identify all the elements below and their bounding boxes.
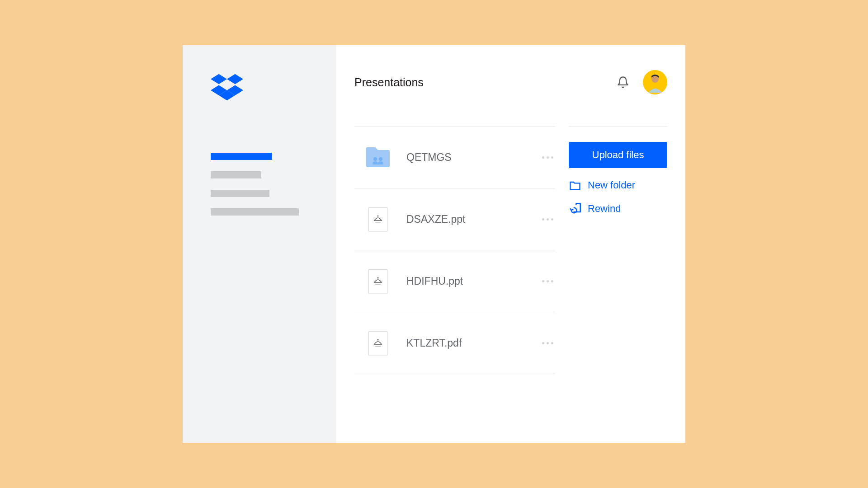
sidebar-item[interactable] [211, 190, 269, 197]
upload-files-button[interactable]: Upload files [569, 142, 667, 168]
sidebar-item[interactable] [211, 171, 261, 178]
list-item[interactable]: QETMGS [354, 126, 555, 188]
main-content: Presentations [336, 45, 685, 443]
new-folder-button[interactable]: New folder [569, 179, 667, 192]
svg-point-9 [377, 216, 379, 217]
avatar[interactable] [643, 70, 667, 94]
page-title: Presentations [354, 76, 424, 89]
header: Presentations [354, 70, 667, 94]
shared-folder-icon [365, 145, 391, 170]
list-item[interactable]: KTLZRT.pdf [354, 312, 555, 374]
bell-icon[interactable] [617, 76, 629, 89]
divider [569, 126, 667, 127]
file-name: KTLZRT.pdf [406, 337, 542, 349]
more-icon[interactable] [542, 156, 555, 159]
list-item[interactable]: HDIFHU.ppt [354, 250, 555, 312]
sidebar-item-active[interactable] [211, 153, 272, 160]
file-icon [365, 206, 391, 232]
more-icon[interactable] [542, 280, 555, 282]
header-actions [617, 70, 667, 94]
list-item[interactable]: DSAXZE.ppt [354, 188, 555, 250]
file-name: QETMGS [406, 151, 542, 164]
file-name: DSAXZE.ppt [406, 213, 542, 225]
action-panel: Upload files New folder Rewind [569, 126, 667, 374]
more-icon[interactable] [542, 218, 555, 221]
svg-rect-14 [375, 346, 381, 347]
file-list: QETMGS DSAXZE.ppt [354, 126, 555, 374]
svg-marker-0 [211, 74, 227, 84]
folder-icon [569, 179, 581, 192]
rewind-button[interactable]: Rewind [569, 202, 667, 215]
rewind-icon [569, 202, 581, 215]
dropbox-logo-icon [211, 73, 243, 102]
svg-marker-1 [227, 74, 243, 84]
svg-rect-12 [375, 284, 381, 285]
app-window: Presentations [183, 45, 685, 443]
sidebar [183, 45, 336, 443]
content-row: QETMGS DSAXZE.ppt [354, 126, 667, 374]
rewind-label: Rewind [588, 203, 621, 215]
svg-point-8 [379, 157, 382, 161]
file-icon [365, 268, 391, 294]
svg-point-7 [373, 157, 377, 161]
more-icon[interactable] [542, 342, 555, 344]
file-name: HDIFHU.ppt [406, 275, 542, 287]
svg-point-11 [377, 277, 379, 279]
sidebar-item[interactable] [211, 208, 299, 216]
new-folder-label: New folder [588, 179, 635, 191]
svg-rect-10 [375, 222, 381, 223]
svg-point-13 [377, 339, 379, 341]
file-icon [365, 330, 391, 356]
